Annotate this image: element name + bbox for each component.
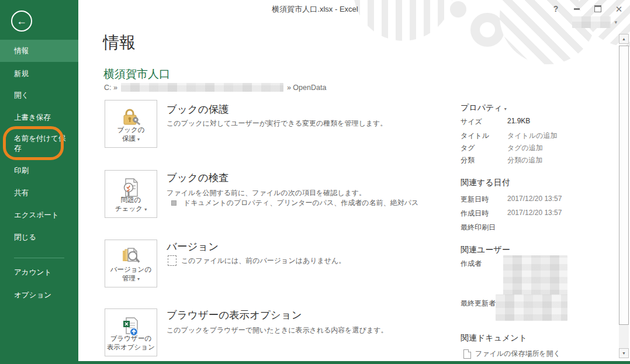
- minimize-icon[interactable]: [570, 4, 583, 14]
- property-label: タイトル: [461, 131, 507, 141]
- path-suffix: » OpenData: [287, 84, 326, 92]
- excel-backstage-window: 横須賀市人口.xlsx - Excel ? ✕ ▾ ← 情報 新規 開く 上書き…: [0, 0, 630, 364]
- sidebar-divider: [14, 258, 64, 258]
- date-label: 更新日時: [461, 195, 507, 204]
- chevron-down-icon: ▾: [504, 106, 507, 112]
- sidebar-item-print[interactable]: 印刷: [0, 160, 78, 182]
- path-redacted: [121, 83, 283, 92]
- sidebar-item-label: 印刷: [14, 166, 29, 176]
- back-arrow-icon: ←: [16, 15, 27, 27]
- related-dates-heading: 関連する日付: [461, 178, 510, 188]
- last-editor-name-redacted: [496, 294, 567, 321]
- browser-view-icon: [105, 316, 157, 338]
- versions-note: このファイルには、前のバージョンはありません。: [168, 255, 345, 266]
- scrollbar: ▲ ▼: [619, 34, 629, 360]
- add-title-field[interactable]: タイトルの追加: [507, 131, 557, 141]
- help-icon[interactable]: ?: [549, 4, 562, 14]
- window-bottom-border: [0, 361, 630, 364]
- sidebar-item-account[interactable]: アカウント: [0, 261, 78, 283]
- related-documents-heading: 関連ドキュメント: [461, 333, 527, 344]
- sidebar-item-info[interactable]: 情報: [0, 40, 78, 62]
- sidebar-item-share[interactable]: 共有: [0, 182, 78, 204]
- breadcrumb: C: » » OpenData: [104, 83, 326, 92]
- date-value: 2017/12/20 13:57: [507, 195, 562, 204]
- sidebar-item-export[interactable]: エクスポート: [0, 204, 78, 226]
- related-people-heading: 関連ユーザー: [461, 245, 510, 255]
- author-name-redacted: [503, 255, 567, 296]
- inspect-document-icon: [105, 178, 157, 199]
- close-icon[interactable]: ✕: [612, 4, 625, 14]
- date-row-last-printed: 最終印刷日: [461, 223, 595, 233]
- sidebar-item-new[interactable]: 新規: [0, 63, 78, 85]
- date-label: 最終印刷日: [461, 223, 507, 233]
- sidebar-item-options[interactable]: オプション: [0, 284, 78, 306]
- open-file-location-link[interactable]: ファイルの保存場所を開く: [463, 349, 560, 359]
- sidebar-item-save[interactable]: 上書き保存: [0, 106, 78, 129]
- window-title: 横須賀市人口.xlsx - Excel: [0, 4, 630, 15]
- chevron-down-icon: ▾: [137, 137, 140, 142]
- bullet-square-icon: [171, 200, 176, 206]
- chevron-down-icon: ▾: [614, 19, 617, 25]
- document-title: 横須賀市人口: [103, 67, 170, 82]
- section-heading-versions: バージョン: [167, 240, 219, 254]
- scroll-down-button[interactable]: ▼: [619, 348, 629, 358]
- section-heading-browser-view: ブラウザーの表示オプション: [167, 308, 302, 322]
- section-desc-inspect: ファイルを公開する前に、ファイルの次の項目を確認します。: [167, 188, 366, 198]
- sidebar-item-save-as[interactable]: 名前を付けて保存: [0, 129, 78, 159]
- property-label: 分類: [461, 155, 507, 165]
- maximize-icon[interactable]: [591, 4, 604, 14]
- chevron-down-icon: ▾: [144, 207, 147, 212]
- sidebar-item-label: 上書き保存: [14, 113, 51, 123]
- date-row-created: 作成日時 2017/12/20 13:57: [461, 209, 595, 219]
- scroll-up-button[interactable]: ▲: [619, 34, 629, 44]
- property-row-categories: 分類 分類の追加: [461, 155, 595, 165]
- document-icon: [463, 349, 471, 359]
- inspect-bullet-item: ドキュメントのプロパティ、プリンターのパス、作成者の名前、絶対パス: [171, 198, 418, 208]
- sidebar-item-label: 情報: [14, 46, 29, 56]
- open-file-location-label: ファイルの保存場所を開く: [475, 349, 560, 359]
- sidebar-item-label: 新規: [14, 69, 29, 79]
- add-category-field[interactable]: 分類の追加: [507, 155, 542, 165]
- page-title: 情報: [103, 32, 136, 54]
- account-user-menu[interactable]: ▾: [572, 16, 617, 28]
- sidebar-item-label: エクスポート: [14, 210, 58, 220]
- properties-heading[interactable]: プロパティ▾: [461, 103, 507, 113]
- sidebar-item-label: 閉じる: [14, 233, 36, 242]
- scrollbar-track[interactable]: [619, 325, 629, 348]
- section-desc-browser-view: このブックをブラウザーで開いたときに表示される内容を選びます。: [167, 325, 387, 335]
- sidebar-item-open[interactable]: 開く: [0, 84, 78, 106]
- section-desc-protect: このブックに対してユーザーが実行できる変更の種類を管理します。: [167, 119, 387, 129]
- back-button[interactable]: ←: [11, 11, 32, 32]
- check-for-issues-button[interactable]: 問題の チェック ▾: [105, 170, 157, 218]
- section-heading-protect: ブックの保護: [167, 102, 229, 116]
- button-label: ブックの 保護 ▾: [117, 126, 144, 143]
- browser-view-options-button[interactable]: ブラウザーの 表示オプション: [105, 308, 157, 356]
- sidebar-item-label: 名前を付けて保存: [14, 134, 68, 154]
- protect-workbook-button[interactable]: ブックの 保護 ▾: [105, 100, 157, 148]
- scroll-down-icon: ▼: [622, 351, 626, 355]
- date-row-modified: 更新日時 2017/12/20 13:57: [461, 195, 595, 204]
- sidebar-item-label: アカウント: [14, 268, 51, 278]
- scroll-up-icon: ▲: [622, 37, 626, 41]
- account-name-redacted: [572, 16, 611, 28]
- last-editor-label: 最終更新者: [461, 299, 500, 308]
- path-prefix: C: »: [104, 84, 117, 92]
- versions-icon: [105, 247, 157, 268]
- manage-versions-button[interactable]: バージョンの 管理 ▾: [105, 240, 157, 287]
- sidebar-item-label: 開く: [14, 91, 29, 100]
- section-heading-inspect: ブックの検査: [167, 171, 229, 185]
- property-row-size: サイズ 21.9KB: [461, 117, 595, 127]
- versions-note-text: このファイルには、前のバージョンはありません。: [181, 256, 345, 266]
- add-tag-field[interactable]: タグの追加: [507, 143, 543, 153]
- lock-key-icon: [105, 108, 157, 127]
- date-value: 2017/12/20 13:57: [507, 209, 562, 219]
- property-value: 21.9KB: [507, 117, 530, 127]
- bullet-text: ドキュメントのプロパティ、プリンターのパス、作成者の名前、絶対パス: [184, 198, 418, 208]
- scrollbar-thumb[interactable]: [619, 46, 629, 325]
- property-label: タグ: [461, 143, 507, 153]
- property-row-title: タイトル タイトルの追加: [461, 131, 595, 141]
- author-label: 作成者: [461, 259, 507, 269]
- backstage-sidebar: ← 情報 新規 開く 上書き保存 名前を付けて保存 印刷 共有 エクスポート 閉…: [0, 0, 78, 364]
- date-label: 作成日時: [461, 209, 507, 219]
- sidebar-item-close[interactable]: 閉じる: [0, 226, 78, 248]
